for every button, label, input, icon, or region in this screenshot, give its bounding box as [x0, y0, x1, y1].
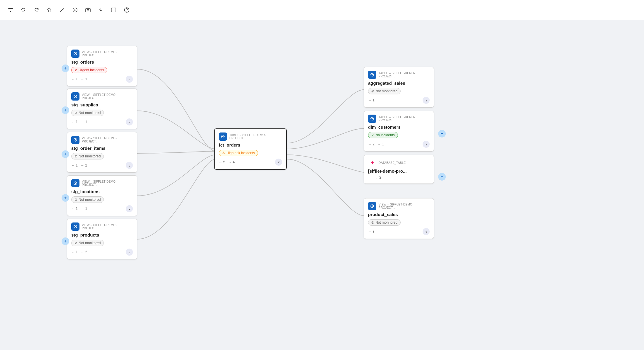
node-name: dim_customers	[368, 125, 430, 130]
stat-out: → 1	[81, 207, 87, 211]
node-type: VIEW – SIFFLET-DEMO-PROJECT...	[82, 180, 133, 186]
node-aggregated-sales[interactable]: TABLE – SIFFLET-DEMO-PROJECT... aggregat…	[364, 67, 434, 108]
expand-button[interactable]: ∨	[126, 205, 133, 212]
node-name: [sifflet-demo-pro...	[368, 169, 430, 174]
expand-button[interactable]: ∨	[423, 141, 430, 148]
expand-button[interactable]: ∨	[126, 162, 133, 169]
badge-icon: ⊘	[74, 111, 77, 115]
node-header: VIEW – SIFFLET-DEMO-PROJECT...	[71, 222, 133, 231]
expand-button[interactable]: ∨	[126, 76, 133, 83]
node-stats: ← 2 → 1	[368, 142, 384, 146]
node-type: VIEW – SIFFLET-DEMO-PROJECT...	[82, 50, 133, 57]
node-header: VIEW – SIFFLET-DEMO-PROJECT...	[71, 179, 133, 187]
screenshot-button[interactable]	[82, 4, 94, 16]
node-name: stg_supplies	[71, 102, 133, 107]
node-stats: ← 1 → 2	[71, 163, 87, 167]
node-icon	[71, 136, 79, 144]
stat-in: ← 5	[219, 160, 225, 164]
node-stg-supplies[interactable]: VIEW – SIFFLET-DEMO-PROJECT... stg_suppl…	[67, 89, 137, 129]
badge-label: Not monitored	[79, 198, 101, 202]
stat-out: → 1	[81, 77, 87, 81]
status-badge: ✓ No incidents	[368, 132, 398, 138]
badge-icon: ⊘	[74, 198, 77, 202]
badge-label: Not monitored	[375, 89, 397, 93]
node-stg-locations[interactable]: VIEW – SIFFLET-DEMO-PROJECT... stg_locat…	[67, 175, 137, 216]
status-badge: ⊘ Not monitored	[368, 88, 401, 94]
badge-icon: ⊘	[371, 220, 374, 225]
node-footer: ← 1 → 1 ∨	[71, 205, 133, 212]
plus-button-stg-supplies[interactable]: +	[62, 106, 69, 114]
toolbar	[0, 0, 644, 20]
node-header: ✦ DATABASE_TABLE	[368, 159, 430, 167]
target-button[interactable]	[69, 4, 81, 16]
node-stg-products[interactable]: VIEW – SIFFLET-DEMO-PROJECT... stg_produ…	[67, 219, 137, 259]
wand-button[interactable]	[56, 4, 68, 16]
stat-in: ← 2	[368, 142, 374, 146]
stat-in: ←	[368, 176, 372, 180]
stat-out: → 1	[377, 142, 384, 146]
node-icon	[368, 71, 376, 79]
node-stats: ← 1 → 2	[71, 250, 87, 254]
plus-button-stg-orders[interactable]: +	[62, 64, 69, 72]
svg-point-32	[372, 205, 373, 207]
svg-point-11	[87, 9, 89, 11]
expand-button[interactable]: ∨	[423, 97, 430, 104]
node-stats: ← 1	[368, 98, 374, 102]
node-icon	[71, 50, 79, 58]
node-stats: ← 3	[368, 230, 374, 234]
svg-point-28	[372, 74, 373, 75]
undo-button[interactable]	[18, 4, 29, 16]
node-type: VIEW – SIFFLET-DEMO-PROJECT...	[82, 93, 133, 100]
download-button[interactable]	[95, 4, 107, 16]
svg-point-22	[75, 183, 76, 184]
node-stats: ← 1 → 1	[71, 120, 87, 124]
plus-button-dim-customers[interactable]: +	[438, 130, 446, 137]
node-stg-orders[interactable]: VIEW – SIFFLET-DEMO-PROJECT... stg_order…	[67, 46, 137, 86]
svg-point-30	[372, 118, 373, 119]
select-button[interactable]	[43, 4, 55, 16]
node-footer: ← 2 → 1 ∨	[368, 141, 430, 148]
node-type: VIEW – SIFFLET-DEMO-PROJECT...	[82, 137, 133, 143]
node-icon	[368, 202, 376, 210]
badge-icon: ⊘	[74, 154, 77, 158]
node-name: product_sales	[368, 212, 430, 217]
redo-button[interactable]	[30, 4, 42, 16]
plus-button-sifflet-demo[interactable]: +	[438, 173, 446, 181]
expand-button[interactable]: ∨	[275, 159, 282, 166]
badge-label: No incidents	[375, 133, 395, 137]
stat-in: ← 3	[368, 230, 374, 234]
expand-button[interactable]: ∨	[126, 118, 133, 125]
stat-out: → 3	[374, 176, 381, 180]
node-stats: ← → 3	[368, 176, 381, 180]
svg-point-18	[75, 96, 76, 97]
plus-button-stg-locations[interactable]: +	[62, 194, 69, 202]
plus-button-stg-products[interactable]: +	[62, 237, 69, 245]
node-icon-db: ✦	[368, 159, 376, 167]
node-icon	[368, 115, 376, 123]
plus-button-stg-order-items[interactable]: +	[62, 150, 69, 158]
status-badge: ⊘ Not monitored	[71, 196, 104, 203]
badge-label: High risk incidents	[226, 151, 255, 155]
expand-button[interactable]: ∨	[126, 249, 133, 256]
node-footer: ← 1 → 2 ∨	[71, 249, 133, 256]
node-header: TABLE – SIFFLET-DEMO-PROJECT...	[219, 132, 282, 141]
badge-icon: ⊘	[371, 89, 374, 93]
status-badge: ⚠ High risk incidents	[219, 150, 258, 156]
node-stg-order-items[interactable]: VIEW – SIFFLET-DEMO-PROJECT... stg_order…	[67, 132, 137, 173]
expand-button[interactable]: ∨	[423, 228, 430, 235]
node-header: VIEW – SIFFLET-DEMO-PROJECT...	[71, 136, 133, 144]
node-dim-customers[interactable]: TABLE – SIFFLET-DEMO-PROJECT... dim_cust…	[364, 111, 434, 152]
node-stats: ← 1 → 1	[71, 77, 87, 81]
filter-button[interactable]	[5, 4, 16, 16]
node-footer: ← 3 ∨	[368, 228, 430, 235]
stat-in: ← 1	[71, 77, 78, 81]
fullscreen-button[interactable]	[108, 4, 120, 16]
help-button[interactable]	[121, 4, 133, 16]
node-fct-orders[interactable]: TABLE – SIFFLET-DEMO-PROJECT... fct_orde…	[214, 128, 287, 170]
status-badge: ⊘ Not monitored	[368, 219, 401, 226]
node-sifflet-demo[interactable]: ✦ DATABASE_TABLE [sifflet-demo-pro... ← …	[364, 155, 434, 184]
stat-in: ← 1	[368, 98, 374, 102]
node-product-sales[interactable]: VIEW – SIFFLET-DEMO-PROJECT... product_s…	[364, 198, 434, 239]
node-icon	[71, 222, 79, 231]
badge-icon: ✓	[371, 133, 374, 137]
